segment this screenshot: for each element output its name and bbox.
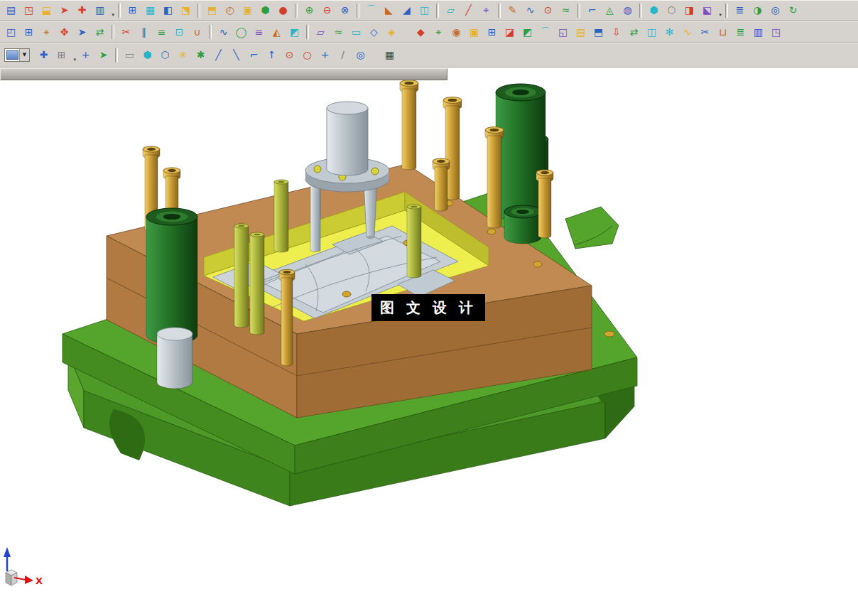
plus-snap-icon[interactable]: + bbox=[316, 46, 334, 64]
wave-link-icon[interactable]: ⊞ bbox=[124, 1, 141, 19]
open-assembly-icon[interactable]: ▥ bbox=[91, 1, 109, 19]
rib-icon[interactable]: ≡ bbox=[250, 23, 268, 41]
sphere-icon[interactable]: ● bbox=[274, 1, 292, 19]
center-snap-icon[interactable]: ⊙ bbox=[281, 46, 298, 64]
orient-view-icon[interactable]: ⬕ bbox=[698, 1, 716, 19]
combo-dropdown-arrow[interactable]: ▼ bbox=[19, 49, 29, 61]
line-snap-icon[interactable]: ╱ bbox=[210, 46, 227, 64]
through-curves-icon[interactable]: ≈ bbox=[330, 23, 347, 41]
ejector-pin-icon[interactable]: ⇩ bbox=[607, 23, 625, 41]
curve-icon[interactable]: ∿ bbox=[521, 1, 539, 19]
object-display-icon[interactable]: ◑ bbox=[749, 1, 766, 19]
segment-snap-icon[interactable]: ╲ bbox=[227, 46, 245, 64]
promote-body-icon[interactable]: ⬔ bbox=[177, 1, 195, 19]
datum-plane-icon[interactable]: ▱ bbox=[442, 1, 460, 19]
circle-snap-icon[interactable]: ○ bbox=[298, 46, 316, 64]
point-icon[interactable]: ⊙ bbox=[539, 1, 557, 19]
save-part-icon[interactable]: ⬓ bbox=[38, 1, 55, 19]
point-dialog-icon[interactable]: + bbox=[77, 46, 94, 64]
refresh-view-icon[interactable]: ↻ bbox=[784, 1, 802, 19]
intersect-icon[interactable]: ⊗ bbox=[336, 1, 354, 19]
shrinkage-icon[interactable]: ◉ bbox=[447, 23, 465, 41]
bounded-plane-icon[interactable]: ▭ bbox=[347, 23, 365, 41]
unite-icon[interactable]: ⊕ bbox=[300, 1, 318, 19]
corner-snap-icon[interactable]: ⌐ bbox=[245, 46, 263, 64]
analysis-icon[interactable]: ◬ bbox=[601, 1, 619, 19]
wcs-dynamics-icon[interactable]: ✥ bbox=[55, 23, 73, 41]
cascade-windows-icon[interactable]: ◰ bbox=[2, 23, 20, 41]
open-part-icon[interactable]: ◳ bbox=[20, 1, 38, 19]
magnifier-snap-icon[interactable]: ◎ bbox=[352, 46, 369, 64]
edge-blend-icon[interactable]: ⌒ bbox=[362, 1, 380, 19]
handle-move-icon[interactable]: ➤ bbox=[94, 46, 112, 64]
slider-lifter-icon[interactable]: ⇄ bbox=[625, 23, 643, 41]
graphics-viewport[interactable]: X 图 文 设 计 bbox=[0, 67, 858, 616]
core-cavity-icon[interactable]: ◱ bbox=[554, 23, 572, 41]
section-view-icon[interactable]: ◨ bbox=[680, 1, 698, 19]
add-component-icon[interactable]: ✚ bbox=[73, 1, 91, 19]
transform-icon[interactable]: ⇄ bbox=[91, 23, 109, 41]
cylinder-icon[interactable]: ⬢ bbox=[256, 1, 274, 19]
grid-table-icon[interactable]: ▦ bbox=[381, 46, 398, 64]
layer-settings-icon[interactable]: ≣ bbox=[731, 1, 749, 19]
offset-surface-icon[interactable]: ≡ bbox=[153, 23, 170, 41]
datum-axis-icon[interactable]: ╱ bbox=[460, 1, 477, 19]
asterisk-snap-icon[interactable]: ✱ bbox=[192, 46, 210, 64]
sub-insert-icon[interactable]: ◫ bbox=[643, 23, 661, 41]
emboss-icon[interactable]: ◭ bbox=[268, 23, 286, 41]
block-icon[interactable]: ▣ bbox=[239, 1, 256, 19]
split-body-icon[interactable]: ∥ bbox=[135, 23, 153, 41]
parting-surface-icon[interactable]: ⌒ bbox=[536, 23, 554, 41]
shell-icon[interactable]: ◫ bbox=[416, 1, 433, 19]
parting-tools-icon[interactable]: ◪ bbox=[501, 23, 518, 41]
mold-base-icon[interactable]: ▤ bbox=[572, 23, 590, 41]
selection-filter-combo[interactable]: ▼ bbox=[4, 48, 30, 62]
mirror-feature-icon[interactable]: ◧ bbox=[159, 1, 177, 19]
bill-of-materials-icon[interactable]: ≣ bbox=[732, 23, 749, 41]
view-manager-icon[interactable]: ◳ bbox=[767, 23, 785, 41]
sew-icon[interactable]: ∪ bbox=[188, 23, 206, 41]
patch-icon[interactable]: ◩ bbox=[286, 23, 303, 41]
mold-csys-icon[interactable]: ⌖ bbox=[430, 23, 447, 41]
tile-windows-icon[interactable]: ⊞ bbox=[20, 23, 38, 41]
wireframe-display-icon[interactable]: ⬡ bbox=[663, 1, 680, 19]
thicken-icon[interactable]: ⊡ bbox=[170, 23, 188, 41]
check-regions-icon[interactable]: ◩ bbox=[518, 23, 536, 41]
information-icon[interactable]: ◍ bbox=[619, 1, 636, 19]
wcs-display-icon[interactable]: ⌖ bbox=[38, 23, 55, 41]
cavity-layout-icon[interactable]: ⊞ bbox=[483, 23, 501, 41]
electrode-icon[interactable]: ∿ bbox=[678, 23, 696, 41]
mold-project-init-icon[interactable]: ◆ bbox=[412, 23, 430, 41]
wireframe-cube-icon[interactable]: ⬡ bbox=[156, 46, 174, 64]
new-part-icon[interactable]: ▤ bbox=[2, 1, 20, 19]
snap-point-icon[interactable]: ✚ bbox=[35, 46, 53, 64]
slash-snap-icon[interactable]: ∕ bbox=[334, 46, 352, 64]
move-object-icon[interactable]: ➤ bbox=[73, 23, 91, 41]
foreign-surface-icon[interactable]: ◈ bbox=[383, 23, 401, 41]
measure-distance-icon[interactable]: ⌐ bbox=[583, 1, 601, 19]
shaded-cube-icon[interactable]: ⬢ bbox=[139, 46, 156, 64]
tube-icon[interactable]: ◯ bbox=[232, 23, 250, 41]
n-sided-surface-icon[interactable]: ◇ bbox=[365, 23, 383, 41]
show-hide-icon[interactable]: ◎ bbox=[766, 1, 784, 19]
sketch-icon[interactable]: ✎ bbox=[504, 1, 521, 19]
snap-settings-icon[interactable]: ⊞ bbox=[53, 46, 70, 64]
chamfer-icon[interactable]: ◣ bbox=[380, 1, 398, 19]
pocket-tool-icon[interactable]: ⊔ bbox=[714, 23, 732, 41]
revolve-icon[interactable]: ◴ bbox=[221, 1, 239, 19]
ruled-surface-icon[interactable]: ▱ bbox=[312, 23, 330, 41]
trim-body-icon[interactable]: ✂ bbox=[117, 23, 135, 41]
workpiece-icon[interactable]: ▣ bbox=[465, 23, 483, 41]
trim-mold-components-icon[interactable]: ✂ bbox=[696, 23, 714, 41]
shaded-display-icon[interactable]: ⬢ bbox=[645, 1, 663, 19]
extrude-icon[interactable]: ⬒ bbox=[203, 1, 221, 19]
draft-icon[interactable]: ◢ bbox=[398, 1, 416, 19]
rectangle-select-icon[interactable]: ▭ bbox=[121, 46, 139, 64]
mold-drawing-icon[interactable]: ▥ bbox=[749, 23, 767, 41]
pattern-feature-icon[interactable]: ▦ bbox=[141, 1, 159, 19]
spline-icon[interactable]: ≈ bbox=[557, 1, 575, 19]
export-part-icon[interactable]: ➤ bbox=[55, 1, 73, 19]
swept-icon[interactable]: ∿ bbox=[214, 23, 232, 41]
standard-parts-icon[interactable]: ⬒ bbox=[590, 23, 607, 41]
datum-csys-icon[interactable]: ⌖ bbox=[477, 1, 495, 19]
